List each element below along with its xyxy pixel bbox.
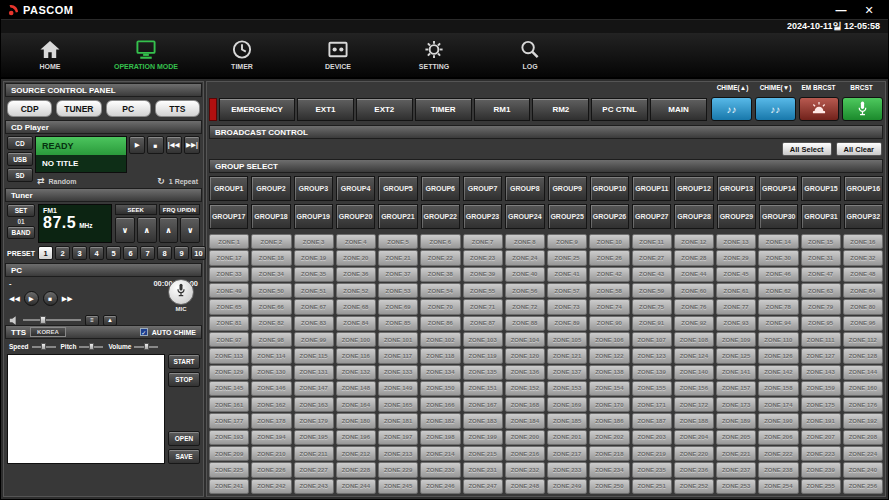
zone-button-243[interactable]: ZONE 243 xyxy=(294,479,334,494)
zone-button-192[interactable]: ZONE 192 xyxy=(843,413,883,428)
volume-slider[interactable] xyxy=(134,342,158,351)
zone-button-157[interactable]: ZONE 157 xyxy=(716,381,756,396)
zone-button-48[interactable]: ZONE 48 xyxy=(843,267,883,282)
chime-up-button[interactable]: ♪♪ xyxy=(711,97,752,121)
zone-button-177[interactable]: ZONE 177 xyxy=(209,413,249,428)
zone-button-137[interactable]: ZONE 137 xyxy=(547,365,587,380)
zone-button-38[interactable]: ZONE 38 xyxy=(420,267,460,282)
zone-button-123[interactable]: ZONE 123 xyxy=(632,348,672,363)
group-button-27[interactable]: GROUP27 xyxy=(632,204,671,229)
zone-button-174[interactable]: ZONE 174 xyxy=(758,397,798,412)
zone-button-135[interactable]: ZONE 135 xyxy=(463,365,503,380)
zone-button-153[interactable]: ZONE 153 xyxy=(547,381,587,396)
random-label[interactable]: Random xyxy=(49,178,77,185)
group-button-29[interactable]: GROUP29 xyxy=(717,204,756,229)
group-button-23[interactable]: GROUP23 xyxy=(463,204,502,229)
zone-button-106[interactable]: ZONE 106 xyxy=(589,332,629,347)
tts-source-button[interactable]: TTS xyxy=(155,100,200,117)
zone-button-231[interactable]: ZONE 231 xyxy=(463,462,503,477)
zone-button-98[interactable]: ZONE 98 xyxy=(251,332,291,347)
zone-button-244[interactable]: ZONE 244 xyxy=(336,479,376,494)
zone-button-35[interactable]: ZONE 35 xyxy=(294,267,334,282)
zone-button-212[interactable]: ZONE 212 xyxy=(336,446,376,461)
zone-button-171[interactable]: ZONE 171 xyxy=(632,397,672,412)
zone-button-164[interactable]: ZONE 164 xyxy=(336,397,376,412)
zone-button-91[interactable]: ZONE 91 xyxy=(632,316,672,331)
pc-source-button[interactable]: PC xyxy=(106,100,151,117)
zone-button-211[interactable]: ZONE 211 xyxy=(294,446,334,461)
zone-button-239[interactable]: ZONE 239 xyxy=(801,462,841,477)
cd-play-button[interactable]: ▶ xyxy=(129,136,145,154)
zone-button-176[interactable]: ZONE 176 xyxy=(843,397,883,412)
zone-button-202[interactable]: ZONE 202 xyxy=(589,430,629,445)
zone-button-81[interactable]: ZONE 81 xyxy=(209,316,249,331)
zone-button-158[interactable]: ZONE 158 xyxy=(758,381,798,396)
zone-button-30[interactable]: ZONE 30 xyxy=(758,250,798,265)
group-button-2[interactable]: GROUP2 xyxy=(251,176,290,201)
zone-button-133[interactable]: ZONE 133 xyxy=(378,365,418,380)
em-brcst-button[interactable] xyxy=(799,97,840,121)
zone-button-206[interactable]: ZONE 206 xyxy=(758,430,798,445)
group-button-8[interactable]: GROUP8 xyxy=(505,176,544,201)
zone-button-130[interactable]: ZONE 130 xyxy=(251,365,291,380)
group-button-25[interactable]: GROUP25 xyxy=(548,204,587,229)
zone-button-71[interactable]: ZONE 71 xyxy=(463,299,503,314)
zone-button-97[interactable]: ZONE 97 xyxy=(209,332,249,347)
group-button-17[interactable]: GROUP17 xyxy=(209,204,248,229)
tts-text-input[interactable] xyxy=(7,354,165,464)
zone-button-120[interactable]: ZONE 120 xyxy=(505,348,545,363)
zone-button-141[interactable]: ZONE 141 xyxy=(716,365,756,380)
zone-button-245[interactable]: ZONE 245 xyxy=(378,479,418,494)
group-button-22[interactable]: GROUP22 xyxy=(421,204,460,229)
tab-main[interactable]: MAIN xyxy=(650,98,707,121)
zone-button-21[interactable]: ZONE 21 xyxy=(378,250,418,265)
zone-button-74[interactable]: ZONE 74 xyxy=(589,299,629,314)
zone-button-96[interactable]: ZONE 96 xyxy=(843,316,883,331)
zone-button-203[interactable]: ZONE 203 xyxy=(632,430,672,445)
zone-button-155[interactable]: ZONE 155 xyxy=(632,381,672,396)
group-button-26[interactable]: GROUP26 xyxy=(590,204,629,229)
group-button-31[interactable]: GROUP31 xyxy=(801,204,840,229)
preset-button-8[interactable]: 8 xyxy=(157,246,172,260)
zone-button-14[interactable]: ZONE 14 xyxy=(758,234,798,249)
zone-button-113[interactable]: ZONE 113 xyxy=(209,348,249,363)
cd-prev-button[interactable]: |◀◀ xyxy=(166,136,182,154)
zone-button-210[interactable]: ZONE 210 xyxy=(251,446,291,461)
zone-button-197[interactable]: ZONE 197 xyxy=(378,430,418,445)
group-button-28[interactable]: GROUP28 xyxy=(674,204,713,229)
tab-rm2[interactable]: RM2 xyxy=(532,98,589,121)
repeat-icon[interactable]: ↻ xyxy=(157,176,165,186)
zone-button-87[interactable]: ZONE 87 xyxy=(463,316,503,331)
zone-button-182[interactable]: ZONE 182 xyxy=(420,413,460,428)
zone-button-43[interactable]: ZONE 43 xyxy=(632,267,672,282)
zone-button-31[interactable]: ZONE 31 xyxy=(801,250,841,265)
group-button-20[interactable]: GROUP20 xyxy=(336,204,375,229)
zone-button-132[interactable]: ZONE 132 xyxy=(336,365,376,380)
pc-eject-button[interactable]: ▲ xyxy=(103,315,117,326)
group-button-9[interactable]: GROUP9 xyxy=(548,176,587,201)
tts-save-button[interactable]: SAVE xyxy=(168,449,200,464)
group-button-30[interactable]: GROUP30 xyxy=(759,204,798,229)
zone-button-99[interactable]: ZONE 99 xyxy=(294,332,334,347)
zone-button-140[interactable]: ZONE 140 xyxy=(674,365,714,380)
zone-button-115[interactable]: ZONE 115 xyxy=(294,348,334,363)
zone-button-24[interactable]: ZONE 24 xyxy=(505,250,545,265)
zone-button-19[interactable]: ZONE 19 xyxy=(294,250,334,265)
zone-button-101[interactable]: ZONE 101 xyxy=(378,332,418,347)
zone-button-193[interactable]: ZONE 193 xyxy=(209,430,249,445)
zone-button-234[interactable]: ZONE 234 xyxy=(589,462,629,477)
chime-down-button[interactable]: ♪♪ xyxy=(755,97,796,121)
tab-ext2[interactable]: EXT2 xyxy=(356,98,413,121)
pc-forward-button[interactable]: ▶▶ xyxy=(62,295,73,303)
zone-button-69[interactable]: ZONE 69 xyxy=(378,299,418,314)
zone-button-147[interactable]: ZONE 147 xyxy=(294,381,334,396)
zone-button-127[interactable]: ZONE 127 xyxy=(801,348,841,363)
zone-button-195[interactable]: ZONE 195 xyxy=(294,430,334,445)
zone-button-62[interactable]: ZONE 62 xyxy=(758,283,798,298)
zone-button-169[interactable]: ZONE 169 xyxy=(547,397,587,412)
zone-button-207[interactable]: ZONE 207 xyxy=(801,430,841,445)
zone-button-72[interactable]: ZONE 72 xyxy=(505,299,545,314)
zone-button-128[interactable]: ZONE 128 xyxy=(843,348,883,363)
nav-operation-mode[interactable]: OPERATION MODE xyxy=(113,39,179,71)
preset-button-3[interactable]: 3 xyxy=(72,246,87,260)
